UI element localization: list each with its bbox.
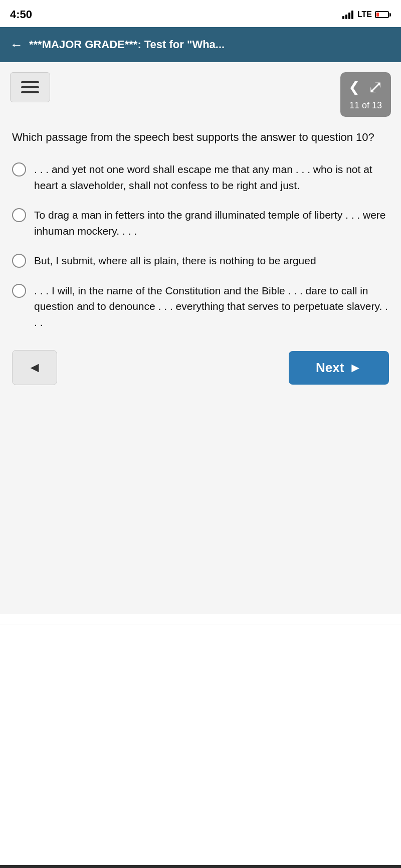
nav-widget-top: ❮ ⤢	[348, 78, 383, 96]
menu-line-1	[21, 81, 39, 83]
nav-prev-button[interactable]: ❮	[348, 80, 360, 94]
prev-button[interactable]: ◄	[12, 350, 57, 385]
page-title: ***MAJOR GRADE***: Test for "Wha...	[29, 38, 391, 51]
header: ← ***MAJOR GRADE***: Test for "Wha...	[0, 27, 401, 62]
choice-text-c: But, I submit, where all is plain, there…	[34, 253, 316, 269]
top-controls: ❮ ⤢ 11 of 13	[10, 72, 391, 117]
choice-text-a: . . . and yet not one word shall escape …	[34, 161, 389, 193]
radio-b[interactable]	[12, 208, 26, 222]
status-icons: LTE	[342, 10, 391, 19]
answer-choice-b[interactable]: To drag a man in fetters into the grand …	[10, 207, 391, 239]
radio-d[interactable]	[12, 284, 26, 298]
browser-bar: ← → ↻ ✕	[0, 865, 401, 868]
status-bar: 4:50 LTE	[0, 0, 401, 27]
signal-icon	[342, 10, 353, 19]
battery-icon	[375, 11, 391, 18]
answer-choice-a[interactable]: . . . and yet not one word shall escape …	[10, 161, 391, 193]
move-icon: ⤢	[368, 78, 383, 96]
next-arrow-icon: ►	[349, 360, 362, 376]
next-label: Next	[316, 360, 344, 376]
choice-text-d: . . . I will, in the name of the Constit…	[34, 283, 389, 330]
question-counter: 11 of 13	[349, 100, 382, 111]
next-button[interactable]: Next ►	[289, 351, 389, 385]
menu-line-3	[21, 91, 39, 93]
status-time: 4:50	[10, 8, 32, 21]
nav-widget: ❮ ⤢ 11 of 13	[340, 72, 391, 117]
radio-a[interactable]	[12, 162, 26, 177]
lte-label: LTE	[357, 10, 372, 19]
back-button[interactable]: ←	[10, 37, 23, 53]
menu-line-2	[21, 86, 39, 88]
extra-space	[0, 624, 401, 865]
content-area: ❮ ⤢ 11 of 13 Which passage from the spee…	[0, 62, 401, 614]
bottom-nav: ◄ Next ►	[10, 350, 391, 385]
choice-text-b: To drag a man in fetters into the grand …	[34, 207, 389, 239]
answer-choice-c[interactable]: But, I submit, where all is plain, there…	[10, 253, 391, 269]
question-text: Which passage from the speech best suppo…	[10, 129, 391, 145]
radio-c[interactable]	[12, 254, 26, 268]
answer-choice-d[interactable]: . . . I will, in the name of the Constit…	[10, 283, 391, 330]
menu-button[interactable]	[10, 72, 50, 102]
